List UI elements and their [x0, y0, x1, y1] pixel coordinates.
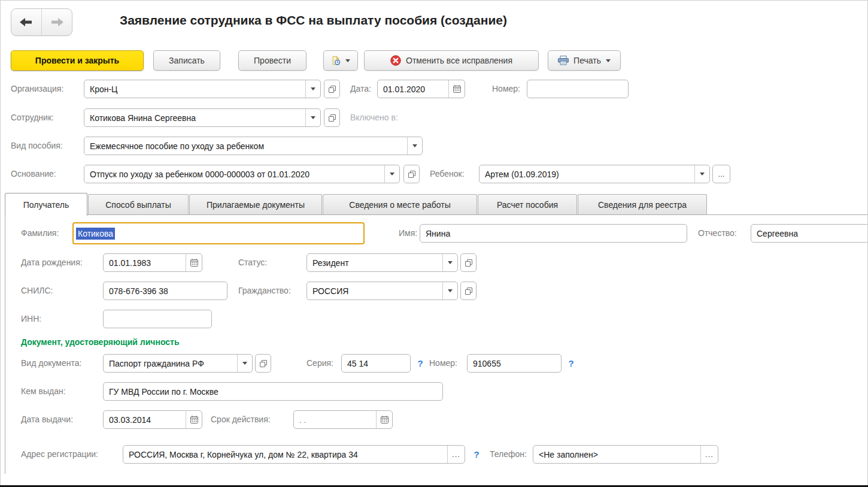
chevron-down-icon	[412, 144, 417, 147]
child-field[interactable]: Артем (01.09.2019)	[479, 165, 710, 183]
calendar-icon	[453, 85, 461, 93]
date-calendar-button[interactable]	[448, 80, 465, 98]
employee-value: Котикова Янина Сергеевна	[84, 109, 305, 126]
basis-value: Отпуск по уходу за ребенком 0000-000003 …	[84, 165, 384, 183]
chevron-down-icon	[345, 59, 350, 62]
employee-field[interactable]: Котикова Янина Сергеевна	[84, 108, 321, 127]
organization-label: Организация:	[11, 80, 63, 98]
write-button[interactable]: Записать	[153, 50, 220, 71]
back-button[interactable]	[11, 9, 41, 35]
nav-history-group	[11, 8, 72, 36]
post-and-close-button[interactable]: Провести и закрыть	[11, 50, 144, 71]
tab-attached-documents[interactable]: Прилагаемые документы	[189, 194, 322, 214]
organization-value: Крон-Ц	[84, 80, 305, 98]
arrow-left-icon	[20, 18, 33, 26]
number-field[interactable]	[527, 80, 629, 98]
date-value: 01.01.2020	[378, 80, 448, 98]
cancel-all-label: Отменить все исправления	[406, 56, 512, 65]
chevron-down-icon	[700, 173, 705, 176]
chevron-down-icon	[606, 59, 611, 62]
ellipsis-icon: ...	[718, 170, 725, 179]
tab-registry-info[interactable]: Сведения для реестра	[578, 194, 707, 214]
employee-open-button[interactable]	[324, 108, 340, 127]
employee-label: Сотрудник:	[11, 108, 54, 127]
date-field[interactable]: 01.01.2020	[377, 80, 465, 98]
child-label: Ребенок:	[430, 165, 465, 183]
organization-dropdown-button[interactable]	[305, 80, 320, 98]
basis-field[interactable]: Отпуск по уходу за ребенком 0000-000003 …	[84, 165, 400, 183]
open-form-icon	[329, 86, 336, 93]
chevron-down-icon	[390, 173, 394, 176]
tab-workplace-info[interactable]: Сведения о месте работы	[323, 194, 477, 214]
benefit-type-label: Вид пособия:	[11, 137, 63, 155]
basis-open-button[interactable]	[403, 165, 420, 183]
open-form-icon	[408, 171, 415, 178]
child-value: Артем (01.09.2019)	[479, 165, 694, 183]
organization-field[interactable]: Крон-Ц	[84, 80, 321, 98]
number-label: Номер:	[492, 80, 520, 98]
post-button[interactable]: Провести	[238, 50, 306, 71]
benefit-type-value: Ежемесячное пособие по уходу за ребенком	[84, 137, 407, 155]
open-form-icon	[329, 114, 336, 122]
arrow-right-icon	[50, 18, 63, 26]
tab-label: Получатель	[23, 200, 69, 210]
red-cross-circle-icon	[390, 55, 401, 66]
tab-label: Сведения о месте работы	[349, 200, 450, 210]
date-label: Дата:	[350, 80, 371, 98]
chevron-down-icon	[311, 116, 315, 119]
benefit-type-field[interactable]: Ежемесячное пособие по уходу за ребенком	[84, 137, 423, 155]
cancel-all-corrections-button[interactable]: Отменить все исправления	[364, 50, 539, 71]
tab-panel	[5, 214, 867, 474]
printer-icon	[558, 56, 569, 65]
print-label: Печать	[573, 56, 601, 65]
tab-label: Сведения для реестра	[598, 200, 687, 210]
employee-dropdown-button[interactable]	[305, 109, 320, 126]
tab-payment-method[interactable]: Способ выплаты	[88, 194, 189, 214]
print-button[interactable]: Печать	[548, 50, 621, 71]
post-label: Провести	[254, 56, 291, 65]
tab-label: Прилагаемые документы	[207, 200, 305, 210]
number-value	[527, 80, 628, 98]
child-more-button[interactable]: ...	[712, 165, 730, 183]
page-title: Заявление сотрудника в ФСС на выплату по…	[120, 13, 507, 28]
post-and-close-label: Провести и закрыть	[35, 56, 119, 65]
tab-recipient[interactable]: Получатель	[5, 193, 87, 216]
benefit-type-dropdown-button[interactable]	[407, 137, 422, 155]
organization-open-button[interactable]	[324, 80, 340, 98]
post-document-menu-button[interactable]	[323, 50, 358, 71]
tab-label: Расчет пособия	[497, 200, 558, 210]
basis-dropdown-button[interactable]	[384, 165, 399, 183]
tab-benefit-calculation[interactable]: Расчет пособия	[478, 194, 577, 214]
forward-button[interactable]	[41, 9, 72, 35]
document-clock-icon	[331, 55, 341, 66]
chevron-down-icon	[311, 87, 315, 90]
write-label: Записать	[169, 56, 205, 65]
included-in-label: Включено в:	[350, 108, 398, 127]
child-dropdown-button[interactable]	[694, 165, 709, 183]
basis-label: Основание:	[11, 165, 56, 183]
tab-label: Способ выплаты	[105, 200, 171, 210]
